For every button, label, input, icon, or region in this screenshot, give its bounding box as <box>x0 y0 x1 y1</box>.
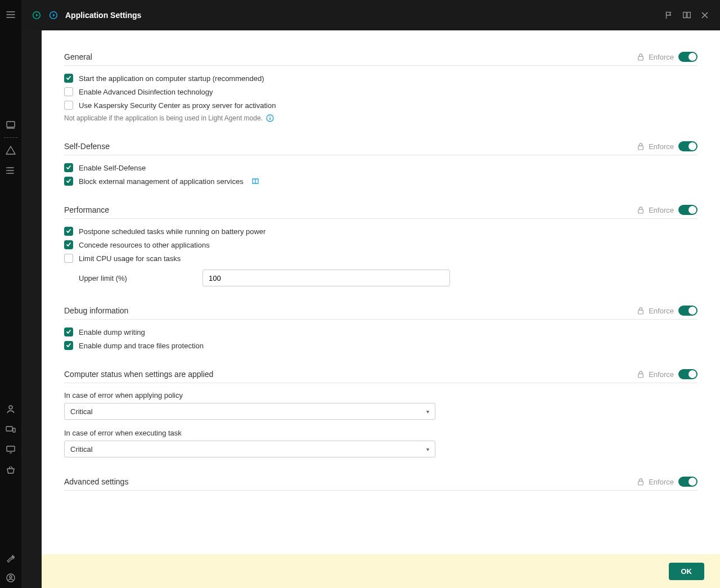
svg-point-4 <box>9 406 12 409</box>
startup-label: Start the application on computer startu… <box>79 74 264 83</box>
enforce-toggle-general[interactable] <box>678 52 698 62</box>
left-nav-rail <box>0 0 21 588</box>
enforce-label: Enforce <box>649 142 674 151</box>
section-selfdefense: Self-Defense Enforce Enable Self-Defense… <box>64 141 698 186</box>
page-title: Application Settings <box>65 11 656 20</box>
lock-icon <box>637 53 644 61</box>
policy-error-select[interactable]: Critical ▾ <box>64 403 435 420</box>
enforce-toggle-performance[interactable] <box>678 205 698 215</box>
svg-rect-12 <box>638 56 644 60</box>
help-book-icon[interactable] <box>682 10 692 20</box>
lock-icon <box>637 370 644 378</box>
dumpwriting-label: Enable dump writing <box>79 328 145 336</box>
ok-button[interactable]: OK <box>669 563 705 580</box>
basket-icon[interactable] <box>5 464 16 475</box>
task-error-select[interactable]: Critical ▾ <box>64 441 435 457</box>
lock-icon <box>637 307 644 315</box>
postpone-label: Postpone scheduled tasks while running o… <box>79 227 266 236</box>
enforce-toggle-selfdefense[interactable] <box>678 141 698 151</box>
enable-selfdefense-label: Enable Self-Defense <box>79 164 146 172</box>
task-error-value: Critical <box>70 445 93 454</box>
dumpwriting-checkbox[interactable] <box>64 327 73 336</box>
block-external-checkbox[interactable] <box>64 177 73 186</box>
enforce-toggle-status[interactable] <box>678 369 698 379</box>
svg-rect-16 <box>638 310 644 314</box>
monitor-icon[interactable] <box>5 444 16 455</box>
disinfection-label: Enable Advanced Disinfection technology <box>79 88 213 96</box>
svg-rect-5 <box>6 427 12 431</box>
proxy-checkbox[interactable] <box>64 101 73 110</box>
panel-footer: OK <box>42 554 720 588</box>
svg-rect-15 <box>638 209 644 213</box>
header-app-icon <box>32 10 42 20</box>
account-icon[interactable] <box>5 572 16 583</box>
enforce-label: Enforce <box>649 53 674 61</box>
svg-point-2 <box>6 170 7 171</box>
flag-icon[interactable] <box>664 10 674 20</box>
startup-checkbox[interactable] <box>64 74 73 83</box>
proxy-help-text: Not applicable if the application is bei… <box>64 114 263 122</box>
dashboard-icon[interactable] <box>5 119 16 131</box>
enforce-label: Enforce <box>649 370 674 379</box>
chevron-down-icon: ▾ <box>426 446 429 452</box>
concede-checkbox[interactable] <box>64 240 73 249</box>
limitcpu-checkbox[interactable] <box>64 254 73 263</box>
svg-rect-6 <box>13 428 15 432</box>
info-icon[interactable] <box>266 114 274 122</box>
panel-header: Application Settings <box>21 0 720 30</box>
panel-body: General Enforce Start the application on… <box>42 30 720 554</box>
dimmed-sidebar <box>21 0 42 588</box>
lock-icon <box>637 478 644 486</box>
concede-label: Concede resources to other applications <box>79 241 210 249</box>
svg-rect-17 <box>638 374 644 378</box>
enable-selfdefense-checkbox[interactable] <box>64 163 73 172</box>
header-section-icon <box>48 10 58 20</box>
section-title-status: Computer status when settings are applie… <box>64 370 637 379</box>
postpone-checkbox[interactable] <box>64 227 73 236</box>
dumpprotect-checkbox[interactable] <box>64 341 73 350</box>
svg-rect-7 <box>7 446 15 451</box>
devices-icon[interactable] <box>5 424 16 435</box>
section-title-advanced: Advanced settings <box>64 477 637 486</box>
warning-icon[interactable] <box>5 145 16 156</box>
upper-limit-input[interactable] <box>202 270 450 286</box>
chevron-down-icon: ▾ <box>426 409 429 415</box>
section-title-general: General <box>64 52 637 61</box>
lock-icon <box>637 206 644 214</box>
limitcpu-label: Limit CPU usage for scan tasks <box>79 254 181 263</box>
enforce-label: Enforce <box>649 478 674 486</box>
svg-rect-0 <box>7 122 15 127</box>
section-performance: Performance Enforce Postpone scheduled t… <box>64 205 698 286</box>
svg-rect-14 <box>638 146 644 150</box>
section-advanced: Advanced settings Enforce <box>64 477 698 491</box>
policy-error-value: Critical <box>70 407 93 416</box>
enforce-toggle-debug[interactable] <box>678 306 698 316</box>
svg-point-3 <box>6 173 7 174</box>
wrench-icon[interactable] <box>5 552 16 563</box>
enforce-label: Enforce <box>649 206 674 214</box>
section-status: Computer status when settings are applie… <box>64 369 698 457</box>
enforce-label: Enforce <box>649 307 674 315</box>
close-icon[interactable] <box>700 10 710 20</box>
lock-icon <box>637 142 644 150</box>
list-icon[interactable] <box>5 165 16 176</box>
section-title-selfdefense: Self-Defense <box>64 142 637 151</box>
section-debug: Debug information Enforce Enable dump wr… <box>64 306 698 350</box>
policy-error-label: In case of error when applying policy <box>64 391 698 400</box>
block-external-label: Block external management of application… <box>79 177 244 186</box>
section-title-performance: Performance <box>64 205 637 214</box>
enforce-toggle-advanced[interactable] <box>678 477 698 487</box>
user-icon[interactable] <box>5 403 16 415</box>
menu-icon[interactable] <box>5 9 16 20</box>
svg-point-1 <box>6 167 7 168</box>
section-general: General Enforce Start the application on… <box>64 52 698 122</box>
svg-rect-18 <box>638 481 644 485</box>
dumpprotect-label: Enable dump and trace files protection <box>79 342 204 350</box>
svg-point-9 <box>10 576 12 578</box>
upper-limit-label: Upper limit (%) <box>79 274 191 282</box>
task-error-label: In case of error when executing task <box>64 429 698 437</box>
rail-divider <box>4 137 17 138</box>
help-book-icon[interactable] <box>251 177 259 185</box>
disinfection-checkbox[interactable] <box>64 87 73 96</box>
section-title-debug: Debug information <box>64 306 637 315</box>
